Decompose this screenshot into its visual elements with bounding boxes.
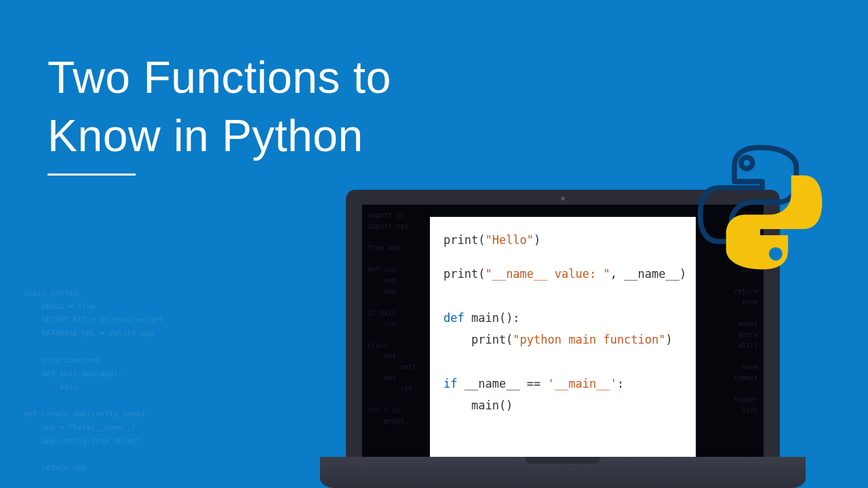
code-line-1: print("Hello") [443, 232, 682, 249]
code-line-5: if __name__ == '__main__': [443, 375, 682, 393]
code-line-6: main() [443, 397, 682, 415]
dimmed-code-left: import os import sys from app def run ap… [368, 210, 416, 427]
title-underline [47, 174, 136, 176]
svg-point-1 [741, 157, 753, 169]
python-logo-icon [695, 142, 827, 274]
slide-title: Two Functions to Know in Python [47, 49, 391, 165]
code-line-2: print("__name__ value: ", __name__) [443, 266, 682, 283]
camera-icon [561, 197, 565, 201]
svg-point-2 [769, 247, 783, 261]
background-code-watermark: class Config: DEBUG = True SECRET_KEY = … [24, 287, 309, 474]
code-line-3: def main(): [443, 310, 682, 327]
laptop-base [320, 457, 806, 488]
code-line-4: print("python main function") [443, 331, 682, 349]
title-line-2: Know in Python [47, 107, 391, 165]
title-line-1: Two Functions to [47, 49, 391, 107]
code-editor-panel: print("Hello") print("__name__ value: ",… [430, 217, 696, 461]
